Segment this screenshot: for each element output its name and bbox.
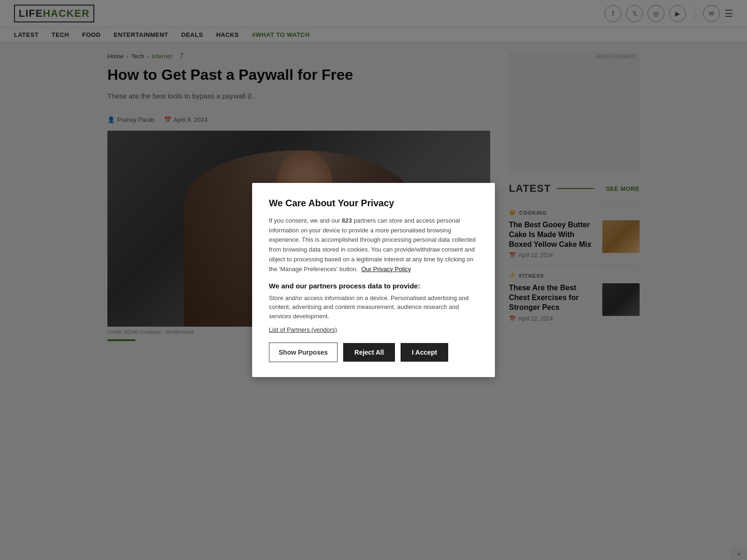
privacy-policy-link[interactable]: Our Privacy Policy [361,266,411,273]
modal-title: We Care About Your Privacy [269,198,478,209]
partners-link[interactable]: List of Partners (vendors) [269,326,478,333]
accept-button[interactable]: I Accept [401,343,448,350]
privacy-modal: We Care About Your Privacy If you consen… [252,183,495,350]
modal-overlay: We Care About Your Privacy If you consen… [0,0,747,350]
modal-section-title: We and our partners process data to prov… [269,282,478,290]
modal-body: If you consent, we and our 823 partners … [269,216,478,274]
show-purposes-button[interactable]: Show Purposes [269,343,338,350]
modal-buttons: Show Purposes Reject All I Accept [269,343,478,350]
reject-all-button[interactable]: Reject All [343,343,395,350]
modal-list-text: Store and/or access information on a dev… [269,294,478,321]
